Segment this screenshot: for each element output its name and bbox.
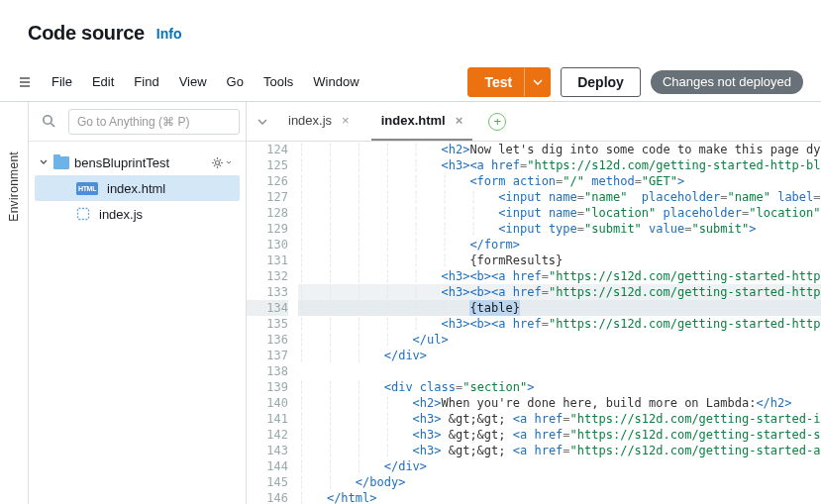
environment-tab[interactable]: Environment [7, 151, 21, 222]
goto-anything-input[interactable] [68, 109, 240, 135]
menubar: FileEditFindViewGoToolsWindow Test Deplo… [0, 62, 821, 102]
editor-pane: index.js×index.html× + 12412512612712812… [247, 102, 821, 504]
code-line[interactable] [298, 363, 821, 379]
code-line[interactable]: ┆ ┆ ┆ ┆ ┆ ┆ {formResults} [298, 252, 821, 268]
menu-go[interactable]: Go [217, 74, 254, 89]
menu-tools[interactable]: Tools [254, 74, 303, 89]
code-line[interactable]: ┆ ┆ ┆ </div> [298, 458, 821, 474]
file-tree: bensBluprintTest HTMLindex.htmlindex.js [29, 142, 246, 235]
code-line[interactable]: ┆ ┆ ┆ ┆ ┆ <h3><b><a href="https://s12d.c… [298, 268, 821, 284]
code-line[interactable]: ┆ ┆ ┆ </div> [298, 348, 821, 363]
tree-file[interactable]: index.js [35, 201, 240, 227]
code-line[interactable]: ┆ ┆ ┆ ┆ <h3> &gt;&gt; <a href="https://s… [298, 427, 821, 443]
code-line[interactable]: ┆ ┆ ┆ ┆ </ul> [298, 332, 821, 348]
code-line[interactable]: ┆ ┆ ┆ ┆ <h3> &gt;&gt; <a href="https://s… [298, 411, 821, 427]
code-line[interactable]: ┆ ┆ ┆ ┆ ┆ ┆ ┆ <input type="submit" value… [298, 221, 821, 237]
collapse-icon[interactable] [18, 75, 32, 89]
gear-icon[interactable] [211, 156, 236, 169]
code-line[interactable]: ┆ ┆ ┆ ┆ ┆ <h3><b><a href="https://s12d.c… [298, 284, 821, 300]
code-line[interactable]: ┆ ┆ ┆ ┆ ┆ <h3><b><a href="https://s12d.c… [298, 316, 821, 332]
code-line[interactable]: ┆ ┆ ┆ ┆ <h2>When you're done here, build… [298, 395, 821, 411]
menu-file[interactable]: File [42, 74, 82, 89]
code-line[interactable]: ┆ ┆ ┆ ┆ ┆ <h3><a href="https://s12d.com/… [298, 157, 821, 173]
code-line[interactable]: ┆ ┆ ┆ ┆ ┆ <h2>Now let's dig into some co… [298, 142, 821, 157]
svg-line-1 [51, 124, 54, 128]
code-line[interactable]: ┆ ┆ ┆ ┆ ┆ ┆ ┆ <input name="name" placeho… [298, 189, 821, 205]
search-icon[interactable] [35, 114, 62, 129]
editor-tab[interactable]: index.js× [278, 108, 359, 136]
code-line[interactable]: ┆ ┆ ┆ ┆ ┆ ┆ ┆ <input name="location" pla… [298, 205, 821, 221]
folder-icon [53, 156, 69, 169]
tab-label: index.html [381, 113, 446, 128]
code-line[interactable]: ┆ ┆ </body> [298, 474, 821, 490]
deploy-button[interactable]: Deploy [561, 67, 641, 97]
file-label: index.html [107, 181, 165, 196]
info-link[interactable]: Info [156, 26, 182, 42]
new-tab-button[interactable]: + [488, 113, 506, 131]
tree-file[interactable]: HTMLindex.html [35, 175, 240, 201]
code-editor[interactable]: 1241251261271281291301311321331341351361… [247, 142, 821, 504]
code-line[interactable]: ┆ ┆ ┆ ┆ ┆ ┆ <form action="/" method="GET… [298, 173, 821, 189]
tab-scroll-icon[interactable] [253, 119, 272, 125]
code-line[interactable]: ┆ ┆ ┆ <div class="section"> [298, 379, 821, 395]
close-icon[interactable]: × [456, 114, 463, 127]
editor-tabs: index.js×index.html× + [247, 102, 821, 142]
html-file-icon: HTML [76, 182, 98, 195]
code-line[interactable]: ┆ ┆ ┆ ┆ ┆ ┆ {table} [298, 300, 821, 316]
editor-tab[interactable]: index.html× [371, 108, 473, 136]
file-sidebar: bensBluprintTest HTMLindex.htmlindex.js [29, 102, 247, 504]
menu-view[interactable]: View [169, 74, 217, 89]
svg-rect-3 [78, 209, 89, 220]
code-line[interactable]: ┆ ┆ ┆ ┆ <h3> &gt;&gt; <a href="https://s… [298, 443, 821, 458]
menu-window[interactable]: Window [303, 74, 368, 89]
code-line[interactable]: ┆ </html> [298, 490, 821, 504]
code-line[interactable]: ┆ ┆ ┆ ┆ ┆ ┆ </form> [298, 237, 821, 252]
svg-point-2 [216, 160, 220, 164]
menu-find[interactable]: Find [124, 74, 168, 89]
file-label: index.js [99, 207, 143, 222]
tree-folder-root[interactable]: bensBluprintTest [35, 150, 240, 175]
folder-label: bensBluprintTest [74, 155, 169, 170]
js-file-icon [76, 207, 90, 221]
test-button[interactable]: Test [467, 67, 551, 97]
svg-point-0 [43, 116, 51, 124]
deploy-status-badge: Changes not deployed [651, 70, 803, 94]
page-header: Code source Info [0, 0, 821, 62]
chevron-down-icon[interactable] [39, 158, 49, 166]
side-rail: Environment [0, 102, 29, 504]
menu-edit[interactable]: Edit [82, 74, 124, 89]
test-dropdown-caret[interactable] [524, 68, 550, 96]
page-title: Code source [28, 22, 145, 45]
close-icon[interactable]: × [342, 114, 350, 127]
tab-label: index.js [288, 113, 332, 128]
